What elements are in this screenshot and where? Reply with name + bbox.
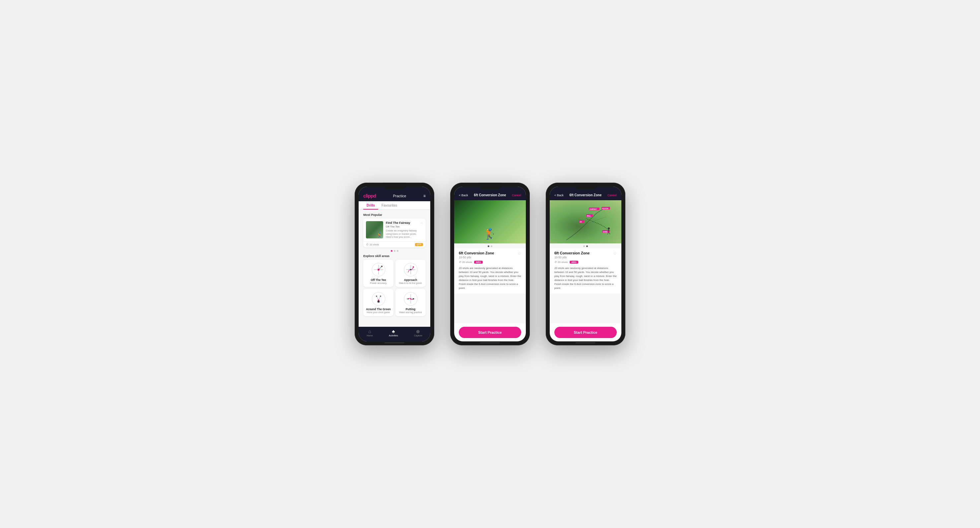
phone-1-notch: [383, 183, 406, 189]
drill-card-text: Find The Fairway Off The Tee Create an i…: [386, 221, 417, 239]
phone-3: < Back 6ft Conversion Zone Cancel Miss H…: [546, 183, 625, 345]
svg-text:Hit: Hit: [579, 221, 582, 223]
drill-card-footer: ⏱ 10 shots OTT: [363, 241, 426, 247]
img-dot-2-1[interactable]: [488, 246, 489, 247]
drill-title-area-3: 6ft Conversion Zone 10-50 yds: [554, 251, 590, 259]
svg-point-18: [377, 300, 380, 303]
drill-tag-3: ARG: [570, 261, 578, 264]
home-icon: ⌂: [368, 329, 371, 334]
drill-desc-3: 20 shots are randomly generated at dista…: [554, 266, 617, 290]
phones-container: clippd Practice ≡ Drills Favourites Most…: [355, 183, 625, 345]
image-dots-2: [454, 243, 526, 249]
phone-1-screen: clippd Practice ≡ Drills Favourites Most…: [359, 187, 430, 341]
drill-hero-photo: [454, 200, 526, 243]
drill-range-3: 10-50 yds: [554, 256, 590, 259]
svg-text:ROUGH: ROUGH: [602, 207, 608, 209]
drill-details-2: 6ft Conversion Zone 10-50 yds ☆ ⏱ 20 sho…: [454, 249, 526, 294]
drill-header-3: 6ft Conversion Zone 10-50 yds ☆: [554, 251, 617, 259]
drill-hero-map: Miss Hit FAIRWAY ROUGH SAND: [550, 200, 621, 243]
nav-home[interactable]: ⌂ Home: [367, 329, 373, 337]
phone-3-screen: < Back 6ft Conversion Zone Cancel Miss H…: [550, 187, 621, 341]
img-dot-3-1[interactable]: [583, 246, 585, 247]
svg-point-16: [376, 295, 377, 297]
svg-line-39: [609, 232, 610, 234]
drill-description: Create an imaginary fairway using trees …: [386, 229, 417, 239]
svg-text:FAIRWAY: FAIRWAY: [590, 208, 597, 210]
skill-areas-grid: Off The Tee Power accuracy: [363, 260, 426, 316]
drill-header-2: 6ft Conversion Zone 10-50 yds ☆: [459, 251, 521, 259]
phone-1-content: Most Popular Find The Fairway Off The Te…: [359, 210, 430, 327]
explore-label: Explore skill areas: [363, 254, 426, 258]
drill-star-3[interactable]: ☆: [613, 251, 617, 256]
around-green-sub: Hone your short game: [366, 311, 391, 313]
tab-favourites[interactable]: Favourites: [378, 201, 401, 209]
img-dot-2-2[interactable]: [491, 246, 492, 247]
drill-shots-3: ⏱ 20 shots: [554, 261, 568, 264]
back-button-3[interactable]: < Back: [554, 194, 564, 197]
drill-subtitle: Off The Tee: [386, 225, 417, 228]
start-practice-button-3[interactable]: Start Practice: [554, 327, 617, 338]
putting-sub: Make and lag practice: [398, 311, 423, 313]
cancel-button-3[interactable]: Cancel: [608, 194, 617, 197]
featured-drill-card[interactable]: Find The Fairway Off The Tee Create an i…: [363, 219, 426, 247]
phone-1: clippd Practice ≡ Drills Favourites Most…: [355, 183, 434, 345]
approach-icon: [403, 262, 418, 277]
drill-shots-2: ⏱ 20 shots: [459, 261, 472, 264]
dot-1[interactable]: [391, 250, 393, 252]
putting-name: Putting: [398, 308, 423, 311]
image-dots-3: [550, 243, 621, 249]
skill-approach[interactable]: Approach Dial-in to hit the green: [395, 260, 426, 287]
clock-icon: ⏱: [366, 243, 369, 246]
nav-capture[interactable]: ⊕ Capture: [414, 329, 422, 337]
spacer-3: [550, 294, 621, 324]
most-popular-label: Most Popular: [363, 213, 426, 217]
drill-star-icon[interactable]: ☆: [420, 221, 423, 225]
tab-drills[interactable]: Drills: [363, 201, 378, 209]
cancel-button-2[interactable]: Cancel: [512, 194, 521, 197]
drill-card-image: [366, 221, 383, 238]
svg-line-13: [377, 296, 379, 300]
off-tee-name: Off The Tee: [366, 278, 391, 282]
drill-title-3: 6ft Conversion Zone: [554, 251, 590, 255]
img-dot-3-2[interactable]: [586, 246, 588, 247]
svg-point-5: [381, 266, 382, 267]
dot-3[interactable]: [397, 250, 398, 252]
svg-point-35: [608, 228, 610, 230]
drill-title-header-3: 6ft Conversion Zone: [570, 193, 602, 197]
drill-title-area-2: 6ft Conversion Zone 10-50 yds: [459, 251, 494, 259]
approach-sub: Dial-in to hit the green: [398, 282, 423, 284]
nav-activities[interactable]: ♣ Activities: [389, 329, 398, 337]
start-practice-button-2[interactable]: Start Practice: [459, 327, 521, 338]
dot-2[interactable]: [394, 250, 395, 252]
hamburger-icon[interactable]: ≡: [423, 194, 426, 198]
header-title: Practice: [393, 194, 406, 198]
around-green-icon: [371, 292, 386, 306]
drill-star-2[interactable]: ☆: [517, 251, 521, 256]
off-tee-sub: Power accuracy: [366, 282, 391, 284]
svg-point-10: [413, 266, 414, 268]
svg-point-9: [410, 269, 411, 270]
drill-desc-2: 20 shots are randomly generated at dista…: [459, 266, 521, 290]
drill-title: Find The Fairway: [386, 221, 417, 225]
skill-off-the-tee[interactable]: Off The Tee Power accuracy: [363, 260, 393, 287]
svg-point-17: [380, 295, 381, 297]
back-button-2[interactable]: < Back: [459, 194, 468, 197]
svg-point-11: [372, 292, 385, 306]
drill-title-header-2: 6ft Conversion Zone: [474, 193, 506, 197]
svg-text:SAND: SAND: [603, 231, 608, 233]
skill-around-green[interactable]: Around The Green Hone your short game: [363, 289, 393, 316]
clock-icon-2: ⏱: [459, 261, 461, 264]
putting-icon: [403, 292, 418, 306]
capture-icon: ⊕: [416, 329, 420, 334]
tabs-bar: Drills Favourites: [359, 201, 430, 210]
svg-point-24: [413, 298, 414, 300]
skill-putting[interactable]: Putting Make and lag practice: [395, 289, 426, 316]
phone-2-home-indicator: [480, 342, 500, 343]
drill-shots: ⏱ 10 shots: [366, 243, 379, 246]
spacer-2: [454, 294, 526, 324]
phone-1-home-indicator: [385, 342, 404, 343]
drill-tag: OTT: [415, 243, 423, 246]
phone-2: < Back 6ft Conversion Zone Cancel 6ft Co…: [450, 183, 530, 345]
drill-range-2: 10-50 yds: [459, 256, 494, 259]
svg-line-14: [379, 296, 380, 300]
